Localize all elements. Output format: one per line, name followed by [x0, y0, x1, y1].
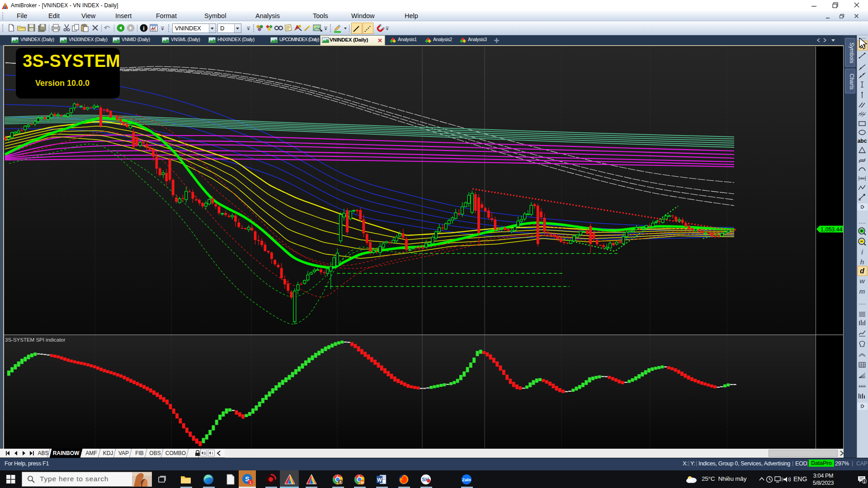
svg-text:w: w — [859, 277, 865, 285]
svg-text:Zalo: Zalo — [462, 477, 471, 482]
svg-text:h: h — [860, 258, 864, 266]
svg-text:S: S — [203, 451, 206, 455]
svg-text:m: m — [859, 287, 865, 295]
svg-text:d: d — [860, 267, 865, 275]
svg-text:abc: abc — [858, 138, 867, 144]
svg-text:1,053.44: 1,053.44 — [821, 226, 843, 233]
svg-text:i: i — [861, 248, 863, 256]
svg-text:3S-SYSTEM SPI indicator: 3S-SYSTEM SPI indicator — [5, 337, 66, 343]
svg-text:1: 1 — [249, 480, 251, 485]
svg-text:i: i — [143, 25, 145, 32]
svg-text:3S-SYSTEM: 3S-SYSTEM — [23, 52, 120, 70]
svg-text:1: 1 — [863, 479, 865, 484]
svg-text:I: I — [212, 451, 213, 455]
svg-text:H: H — [361, 480, 363, 485]
svg-text:W: W — [377, 477, 382, 483]
svg-text:Version 10.0.0: Version 10.0.0 — [35, 79, 90, 88]
